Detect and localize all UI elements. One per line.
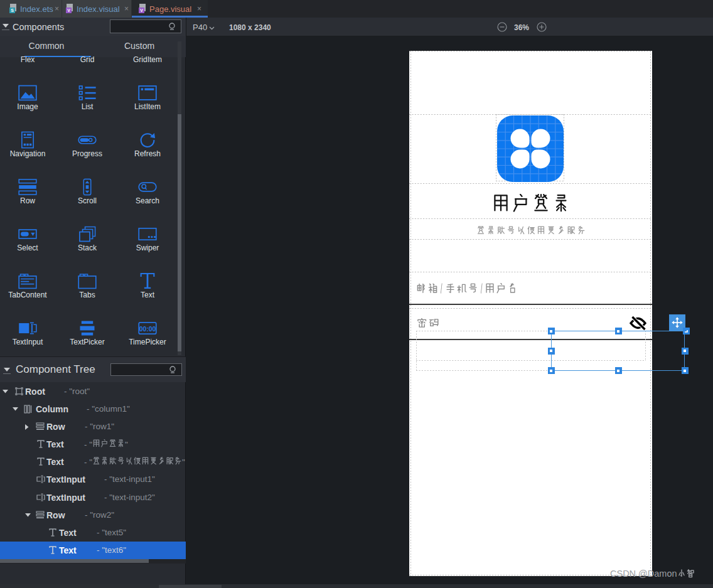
svg-text:00:00: 00:00 [139, 326, 156, 333]
